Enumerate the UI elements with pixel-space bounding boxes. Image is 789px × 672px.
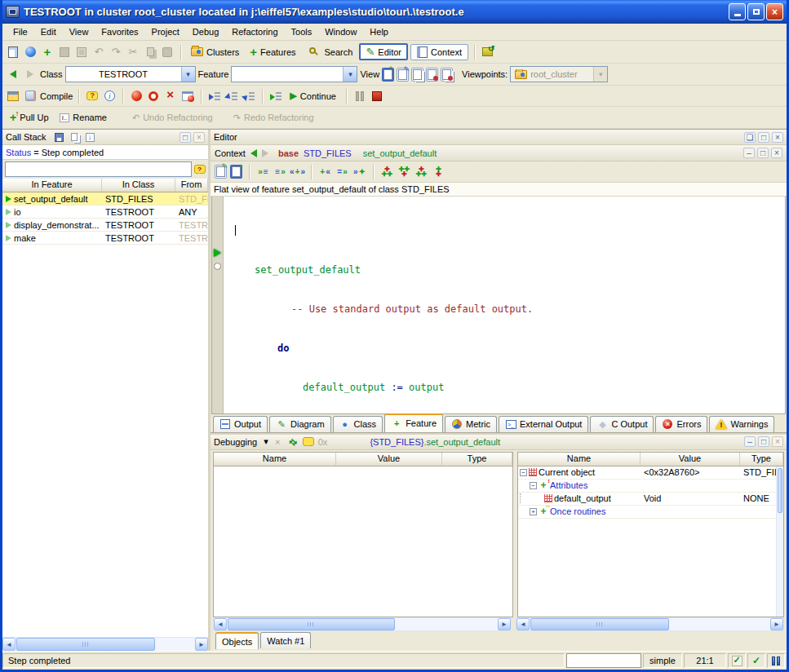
context-maximize-icon[interactable]: □ — [757, 148, 769, 158]
open-icon[interactable] — [23, 45, 38, 60]
copy-call-stack-icon[interactable] — [69, 131, 81, 143]
expand-icon[interactable]: + — [530, 508, 537, 515]
objects-column-type[interactable]: Type — [740, 453, 783, 466]
scroll-right-arrow[interactable]: ► — [195, 638, 208, 651]
class-combo-arrow[interactable]: ▾ — [181, 67, 195, 82]
stack-depth-icon[interactable]: ↓ — [84, 131, 96, 143]
compile-error-info-icon[interactable]: ? — [85, 89, 100, 104]
implementers-icon[interactable]: «+» — [290, 165, 304, 179]
editor-maximize-icon[interactable]: □ — [758, 132, 769, 143]
stop-debug-icon[interactable] — [163, 89, 178, 104]
editor-titlebar[interactable]: Editor ❏ □ × — [211, 130, 787, 145]
tree-row-once-routines[interactable]: ++Once routines — [518, 506, 776, 519]
context-feature-link[interactable]: set_output_default — [363, 148, 437, 158]
menu-file[interactable]: File — [7, 25, 33, 38]
debugging-maximize-icon[interactable]: □ — [758, 436, 769, 447]
editor-restore-icon[interactable]: ❏ — [744, 132, 756, 143]
scroll-thumb[interactable] — [228, 618, 395, 630]
scroll-right-arrow[interactable]: ► — [770, 618, 783, 630]
call-stack-hscrollbar[interactable]: ◄ ► — [2, 637, 208, 651]
run-to-cursor-icon[interactable] — [268, 89, 283, 104]
collapse-icon[interactable]: − — [520, 469, 527, 476]
menu-refactoring[interactable]: Refactoring — [226, 25, 283, 38]
external-editor-icon[interactable] — [481, 45, 495, 60]
feature-combo-arrow[interactable]: ▾ — [343, 67, 357, 82]
stack-frame-row[interactable]: make TESTROOT TESTROOT — [2, 232, 208, 245]
flat-feature-button[interactable]: + — [230, 165, 242, 179]
stack-frame-row[interactable]: display_demonstrat... TESTROOT TESTROOT — [2, 219, 208, 232]
tab-errors[interactable]: ×Errors — [655, 416, 707, 432]
menu-view[interactable]: View — [64, 25, 95, 38]
descendant-versions-icon[interactable]: ✚✚ — [432, 165, 445, 179]
tree-row-default-output[interactable]: default_output Void NONE — [518, 493, 776, 506]
editor-gutter[interactable] — [212, 197, 224, 413]
clickable-view-button[interactable]: ✎ — [397, 68, 409, 82]
add-project-icon[interactable]: + — [40, 45, 55, 60]
ancestor-versions-icon[interactable]: ✚✚✚ — [414, 165, 428, 179]
close-button[interactable]: × — [766, 3, 783, 20]
contract-view-button[interactable] — [426, 68, 438, 82]
run-debug-icon[interactable] — [129, 89, 144, 104]
watch-expression-icon[interactable] — [303, 436, 315, 448]
assignees-icon[interactable]: =» — [335, 165, 349, 179]
tab-metric[interactable]: Metric — [445, 416, 497, 432]
tree-row-current-object[interactable]: −Current object <0x32A8760> STD_FILES — [518, 466, 776, 480]
tab-diagram[interactable]: ✎Diagram — [269, 416, 331, 432]
context-class-link[interactable]: STD_FILES — [304, 148, 352, 158]
project-settings-icon[interactable] — [6, 89, 20, 104]
flat-view-button[interactable] — [411, 68, 423, 82]
search-button[interactable]: Search — [303, 44, 357, 60]
column-in-class[interactable]: In Class — [102, 179, 175, 192]
step-over-icon[interactable] — [207, 89, 222, 104]
debugging-titlebar[interactable]: Debugging ▾ × ⇄ 0x {STD_FILES}.set_outpu… — [211, 435, 787, 450]
compile-label[interactable]: Compile — [40, 91, 73, 101]
context-back-icon[interactable] — [250, 149, 257, 157]
breakpoint-slot-icon[interactable] — [214, 263, 221, 270]
exchange-objects-icon[interactable]: ⇄ — [285, 433, 302, 450]
menu-edit[interactable]: Edit — [35, 25, 62, 38]
tree-row-attributes[interactable]: −+Attributes — [518, 480, 776, 493]
maximize-button[interactable] — [747, 3, 765, 20]
menu-favorites[interactable]: Favorites — [95, 25, 144, 38]
step-into-icon[interactable] — [224, 89, 239, 104]
objects-tree[interactable]: −Current object <0x32A8760> STD_FILES −+… — [518, 466, 776, 617]
context-minimize-icon[interactable]: – — [743, 148, 755, 158]
exception-message-field[interactable] — [5, 161, 192, 177]
creators-icon[interactable]: »✦ — [352, 165, 366, 179]
features-button[interactable]: + Features — [246, 44, 299, 60]
debugging-minimize-icon[interactable]: – — [744, 436, 756, 447]
tab-warnings[interactable]: Warnings — [709, 416, 774, 432]
assigners-icon[interactable]: +« — [318, 165, 332, 179]
ancestors-icon[interactable]: ✚✚✚ — [380, 165, 394, 179]
collapse-icon[interactable]: − — [530, 482, 537, 489]
watch-column-value[interactable]: Value — [336, 453, 442, 466]
feature-combobox[interactable]: ▾ — [231, 66, 357, 82]
tab-watch-1[interactable]: Watch #1 — [260, 632, 311, 648]
context-toggle-button[interactable]: Context — [410, 44, 468, 60]
scroll-right-arrow[interactable]: ► — [498, 618, 511, 630]
pull-up-button[interactable]: + Pull Up — [6, 110, 53, 125]
tab-external-output[interactable]: >_External Output — [499, 416, 588, 432]
scroll-thumb[interactable] — [778, 468, 782, 513]
title-bar[interactable]: TESTROOT in cluster root_cluster located… — [2, 0, 787, 24]
menu-window[interactable]: Window — [319, 25, 362, 38]
tab-feature[interactable]: +Feature — [384, 413, 443, 432]
objects-column-name[interactable]: Name — [518, 453, 641, 466]
objects-hscrollbar[interactable]: ◄ ► — [516, 617, 784, 631]
step-out-icon[interactable] — [242, 89, 256, 104]
tab-output[interactable]: Output — [213, 416, 268, 432]
menu-project[interactable]: Project — [146, 25, 185, 38]
stop-application-icon[interactable] — [370, 89, 384, 104]
call-stack-maximize-icon[interactable]: □ — [180, 132, 191, 143]
callers-icon[interactable]: »≡ — [256, 165, 270, 179]
call-stack-close-icon[interactable]: × — [193, 132, 205, 143]
tab-objects[interactable]: Objects — [215, 632, 259, 649]
watch-hscrollbar[interactable]: ◄ ► — [213, 617, 512, 631]
scroll-left-arrow[interactable]: ◄ — [516, 618, 530, 630]
save-call-stack-icon[interactable] — [53, 131, 65, 143]
tab-c-output[interactable]: ◆C Output — [590, 416, 654, 432]
history-back-icon[interactable] — [6, 67, 20, 82]
exception-info-icon[interactable]: ? — [193, 164, 206, 175]
column-from[interactable]: From — [175, 179, 208, 192]
debugging-menu-arrow[interactable]: ▾ — [264, 436, 268, 447]
